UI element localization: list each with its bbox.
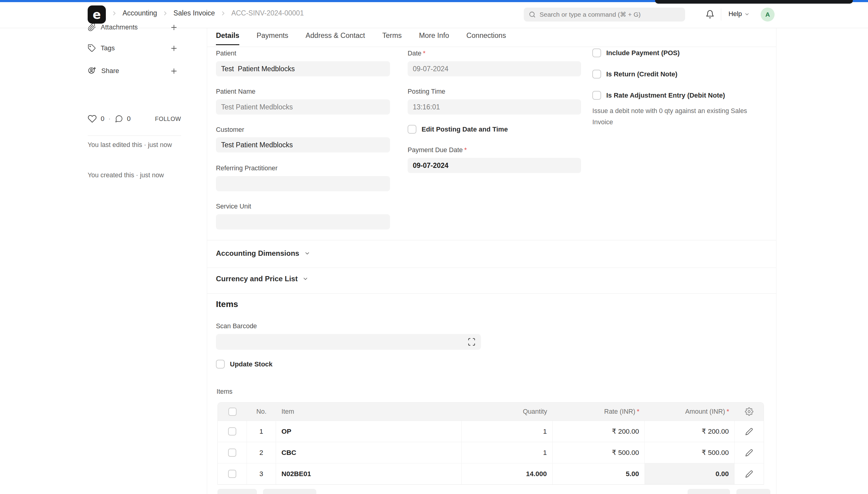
paperclip-icon — [88, 23, 96, 32]
row-amount[interactable]: ₹ 200.00 — [645, 421, 735, 442]
items-section-title: Items — [216, 300, 238, 309]
tag-icon — [88, 44, 96, 53]
edit-posting-row: Edit Posting Date and Time — [408, 125, 508, 134]
is-return-checkbox[interactable] — [592, 70, 601, 78]
row-rate[interactable]: ₹ 200.00 — [553, 421, 645, 442]
col-item: Item — [276, 402, 462, 421]
col-amount: Amount (INR)* — [645, 402, 735, 421]
table-row: 3 N02BE01 14.000 5.00 0.00 — [218, 463, 764, 484]
service-unit-field[interactable] — [216, 214, 390, 229]
follow-button[interactable]: FOLLOW — [155, 115, 181, 122]
tab-more-info[interactable]: More Info — [419, 32, 449, 45]
grid-settings-button[interactable] — [735, 402, 764, 421]
likes-count: 0 — [101, 115, 104, 123]
help-label: Help — [728, 10, 742, 18]
chevron-down-icon — [744, 12, 750, 17]
pencil-icon — [745, 428, 753, 436]
patient-name-field[interactable] — [216, 99, 390, 115]
breadcrumb-accounting[interactable]: Accounting — [123, 9, 157, 17]
row-checkbox[interactable] — [228, 449, 236, 457]
row-amount[interactable]: 0.00 — [645, 463, 735, 484]
notifications-bell-icon[interactable] — [705, 10, 715, 20]
tab-terms[interactable]: Terms — [383, 32, 402, 45]
row-quantity[interactable]: 1 — [462, 442, 553, 463]
section-accounting-dimensions[interactable]: Accounting Dimensions — [216, 249, 310, 258]
user-plus-icon — [88, 66, 97, 75]
pencil-icon — [745, 449, 753, 457]
customer-field[interactable] — [216, 137, 390, 152]
section-divider — [207, 293, 776, 294]
is-rate-adjustment-checkbox[interactable] — [592, 91, 601, 100]
scan-barcode-input-wrap — [216, 334, 481, 350]
row-no: 1 — [247, 421, 276, 442]
update-stock-label: Update Stock — [230, 360, 273, 368]
plus-icon — [170, 23, 178, 32]
heart-icon[interactable] — [88, 114, 97, 124]
row-amount[interactable]: ₹ 500.00 — [645, 442, 735, 463]
row-checkbox[interactable] — [228, 427, 236, 436]
update-stock-checkbox[interactable] — [216, 360, 225, 368]
add-tag-button[interactable] — [170, 44, 178, 53]
add-share-button[interactable] — [170, 67, 178, 75]
sidebar-item-share[interactable]: Share — [88, 64, 181, 78]
row-checkbox[interactable] — [228, 470, 236, 478]
help-menu[interactable]: Help — [728, 10, 750, 18]
include-payment-checkbox[interactable] — [592, 49, 601, 57]
table-row: 2 CBC 1 ₹ 500.00 ₹ 500.00 — [218, 442, 764, 463]
search-input[interactable] — [539, 11, 680, 18]
tab-connections[interactable]: Connections — [466, 32, 506, 45]
row-quantity[interactable]: 1 — [462, 421, 553, 442]
row-rate[interactable]: ₹ 500.00 — [553, 442, 645, 463]
grid-footer-button[interactable] — [736, 489, 770, 494]
tags-label: Tags — [101, 44, 115, 52]
search-icon — [529, 11, 536, 18]
breadcrumb: Accounting Sales Invoice ACC-SINV-2024-0… — [111, 9, 304, 17]
content-left-border — [207, 28, 207, 494]
tab-payments[interactable]: Payments — [257, 32, 289, 45]
grid-footer-button[interactable] — [263, 489, 316, 494]
row-item[interactable]: OP — [276, 421, 462, 442]
header-border — [0, 28, 868, 28]
row-no: 3 — [247, 463, 276, 484]
breadcrumb-document-id: ACC-SINV-2024-00001 — [232, 9, 304, 17]
required-marker: * — [423, 50, 425, 57]
edit-row-button[interactable] — [735, 442, 764, 463]
row-item[interactable]: N02BE01 — [276, 463, 462, 484]
comments-count: 0 — [127, 115, 131, 123]
row-quantity[interactable]: 14.000 — [462, 463, 553, 484]
share-label: Share — [101, 67, 119, 75]
section-currency-price-list[interactable]: Currency and Price List — [216, 274, 309, 283]
date-field[interactable] — [408, 61, 581, 76]
comment-icon[interactable] — [115, 115, 123, 123]
row-rate[interactable]: 5.00 — [553, 463, 645, 484]
breadcrumb-sales-invoice[interactable]: Sales Invoice — [173, 9, 215, 17]
row-item[interactable]: CBC — [276, 442, 462, 463]
edit-row-button[interactable] — [735, 463, 764, 484]
edit-row-button[interactable] — [735, 421, 764, 442]
tab-address-contact[interactable]: Address & Contact — [306, 32, 365, 45]
items-table-header: No. Item Quantity Rate (INR)* Amount (IN… — [218, 402, 764, 421]
sidebar-item-tags[interactable]: Tags — [88, 41, 181, 55]
last-edited-note: You last edited this · just now — [88, 139, 172, 150]
scan-barcode-input[interactable] — [221, 338, 467, 346]
dot-separator: · — [108, 115, 110, 123]
patient-field[interactable] — [216, 61, 390, 76]
payment-due-date-field[interactable] — [408, 158, 581, 173]
posting-time-field[interactable] — [408, 99, 581, 115]
tab-details[interactable]: Details — [216, 32, 239, 45]
patient-label: Patient — [216, 50, 236, 57]
select-all-checkbox[interactable] — [228, 407, 237, 416]
customer-label: Customer — [216, 126, 244, 134]
document-follow-bar: 0 · 0 FOLLOW — [88, 113, 181, 125]
referring-practitioner-field[interactable] — [216, 176, 390, 191]
plus-icon — [170, 44, 178, 53]
debit-note-help-text: Issue a debit note with 0 qty against an… — [592, 106, 758, 128]
grid-footer-button[interactable] — [218, 489, 257, 494]
user-avatar[interactable]: A — [761, 7, 775, 21]
sidebar-item-attachments[interactable]: Attachments — [88, 21, 181, 34]
items-table: No. Item Quantity Rate (INR)* Amount (IN… — [218, 402, 764, 484]
add-attachment-button[interactable] — [170, 23, 178, 32]
grid-footer-button[interactable] — [687, 489, 730, 494]
attachments-label: Attachments — [101, 23, 138, 31]
edit-posting-checkbox[interactable] — [408, 125, 417, 134]
